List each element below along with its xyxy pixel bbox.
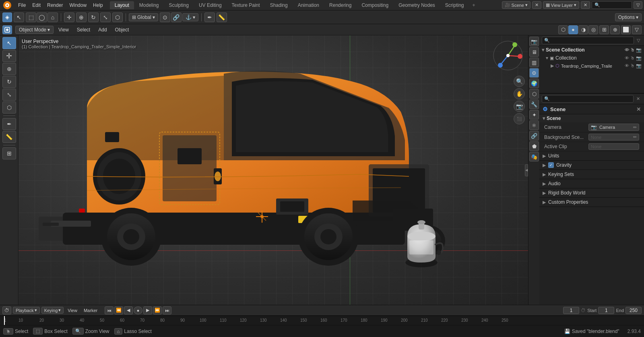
blender-logo[interactable] [2,0,13,11]
orthographic-btn[interactable]: ⬛ [514,113,525,124]
playback-dropdown[interactable]: Playback ▾ [13,307,40,314]
outliner-hide-btn[interactable]: 👁 [625,48,629,53]
jump-end-btn[interactable]: ⏭ [163,306,171,314]
window-menu[interactable]: Window [66,2,89,9]
outliner-search-field[interactable]: 🔍 [542,37,634,44]
teardrop-render-btn[interactable]: 📷 [636,63,642,68]
viewport-type-icon[interactable] [2,25,12,34]
gravity-section-header[interactable]: ▶ ✓ Gravity [539,161,644,170]
render-menu[interactable]: Render [44,2,66,9]
output-properties-tab[interactable]: 🖥 [529,47,539,57]
wireframe-shading-btn[interactable]: ⬡ [558,25,568,34]
end-frame-input[interactable]: 250 [625,307,642,314]
tab-shading[interactable]: Shading [265,1,293,9]
options-dropdown[interactable]: Options ▾ [615,13,642,21]
data-properties-tab[interactable]: ⬟ [529,141,539,151]
add-primitive-tool[interactable]: ⊞ [2,147,16,159]
annotate-tool[interactable]: ✒ [2,118,16,130]
collection-hide-btn[interactable]: 👁 [625,56,629,61]
cursor-btn[interactable]: ✛ [64,12,74,22]
lasso-select-btn[interactable]: ⌂ [47,12,58,22]
constraints-properties-tab[interactable]: 🔗 [529,131,539,141]
teardrop-trailer-item[interactable]: ▶ ⬡ Teardrop_Camping_Traile 👁 🖱 📷 [539,62,644,70]
particles-properties-tab[interactable]: ✦ [529,110,539,120]
measure-btn[interactable]: 📏 [217,12,227,22]
outliner-disable-btn[interactable]: 🖱 [630,48,635,53]
material-properties-tab[interactable]: 🎭 [529,152,539,161]
edit-menu[interactable]: Edit [29,2,43,9]
pan-btn[interactable]: ✋ [514,88,525,99]
tab-uv-editing[interactable]: UV Editing [194,1,227,9]
transform-orientation-dropdown[interactable]: ⊞ Global ▾ [129,13,158,21]
tab-modeling[interactable]: Modeling [134,1,164,9]
tab-animation[interactable]: Animation [293,1,324,9]
tab-geometry-nodes[interactable]: Geometry Nodes [394,1,440,9]
timeline-marker-menu[interactable]: Marker [81,308,100,313]
teardrop-select-btn[interactable]: 🖱 [630,63,635,68]
outliner-filter-btn[interactable]: ▽ [635,37,642,44]
scene-section-close-btn[interactable]: ✕ [636,106,641,112]
xray-btn[interactable]: ⬜ [621,25,631,34]
bg-edit-btn[interactable]: ✏ [633,134,637,140]
move-tool[interactable]: ⊕ [2,63,16,75]
add-workspace-tab[interactable]: + [469,1,479,9]
material-shading-btn[interactable]: ◑ [578,25,588,34]
scene-section-header[interactable]: ⚙ Scene ✕ [539,104,644,114]
viewport-gizmo[interactable]: Y X [492,39,524,72]
select-tool[interactable]: ↖ [2,37,16,49]
modifier-properties-tab[interactable]: 🔧 [529,99,539,109]
object-mode-dropdown[interactable]: Object Mode ▾ [15,26,54,34]
cursor-tool[interactable]: ✛ [2,50,16,62]
solid-shading-btn[interactable]: ● [568,25,578,34]
zoom-in-btn[interactable]: 🔍 [514,76,525,87]
tab-texture-paint[interactable]: Texture Paint [227,1,265,9]
teardrop-hide-btn[interactable]: 👁 [625,63,629,68]
custom-props-header[interactable]: ▶ Custom Properties [539,198,644,207]
proportional-editing-btn[interactable]: ⊙ [160,12,170,22]
show-overlay-btn[interactable]: ⊞ [599,25,609,34]
timeline-view-menu[interactable]: View [65,308,80,313]
world-properties-tab[interactable]: 🌍 [529,79,539,88]
view-menu[interactable]: View [55,26,72,33]
scene-collection-item[interactable]: ▾ Scene Collection 👁 🖱 📷 [539,46,644,54]
collection-disable-btn[interactable]: 🖱 [630,56,635,61]
box-select-btn[interactable]: ⬚ [26,12,36,22]
global-search-input[interactable]: 🔍 [592,1,632,9]
scale-tool[interactable]: ⤡ [2,89,16,101]
filter-btn[interactable]: ▽ [634,1,642,9]
annotations-btn[interactable]: ✒ [204,12,215,22]
3d-viewport[interactable]: User Perspective (1) Collection | Teardr… [19,35,528,305]
properties-close-btn[interactable]: ✕ [635,95,642,102]
transform-tool[interactable]: ⬡ [2,101,16,114]
jump-start-btn[interactable]: ⏮ [105,306,114,314]
timeline-ruler[interactable]: 1 10 20 30 40 50 60 70 80 90 100 110 120… [0,316,644,325]
properties-search-field[interactable]: 🔍 [542,95,634,103]
select-tool-btn[interactable]: ↖ [14,12,24,22]
active-workspace-indicator[interactable]: ◈ [2,12,12,22]
file-menu[interactable]: File [15,2,29,9]
play-back-btn[interactable]: ◀ [124,306,133,314]
keying-sets-header[interactable]: ▶ Keying Sets [539,170,644,179]
timeline-type-icon[interactable]: ⏱ [2,306,11,314]
view-layer-dropdown[interactable]: ▦ View Layer ▾ [543,1,579,9]
scene-sub-header[interactable]: ▾ Scene [539,114,644,122]
circle-select-btn[interactable]: ◯ [37,12,47,22]
view-layer-properties-tab[interactable]: ▥ [529,58,539,67]
tab-rendering[interactable]: Rendering [324,1,356,9]
start-frame-input[interactable]: 1 [598,307,614,314]
tab-scripting[interactable]: Scripting [440,1,469,9]
tab-layout[interactable]: Layout [110,1,134,9]
gravity-checkbox[interactable]: ✓ [548,162,554,168]
current-frame-input[interactable]: 1 [563,307,579,314]
snap-options-dropdown[interactable]: ⚓ ▾ [182,13,198,21]
object-menu[interactable]: Object [112,26,132,33]
scene-properties-tab[interactable]: ⚙ [529,68,539,78]
collection-render-btn[interactable]: 📷 [636,56,642,61]
camera-btn[interactable]: 📷 [514,101,525,112]
render-engine-dropdown[interactable]: 🎥 Scene ▾ [502,1,530,9]
move-btn[interactable]: ⊕ [76,12,87,22]
audio-section-header[interactable]: ▶ Audio [539,179,644,188]
show-overlays-dropdown[interactable]: ▽ [632,25,642,34]
view-layer-close-btn[interactable]: ✕ [581,1,590,9]
rotate-tool[interactable]: ↻ [2,76,16,88]
